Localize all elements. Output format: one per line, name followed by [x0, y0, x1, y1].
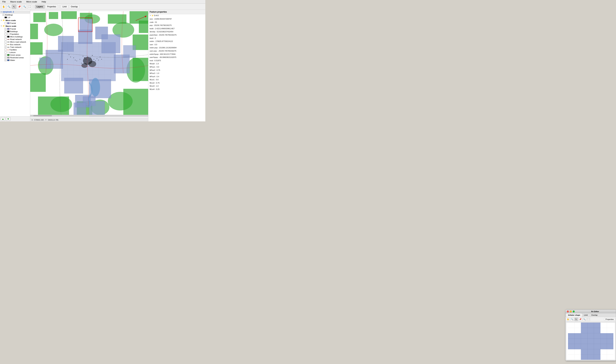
- layer-population[interactable]: Population: [0, 33, 30, 35]
- separator-2: [59, 5, 59, 9]
- svg-rect-10: [30, 73, 46, 92]
- layer-train-network[interactable]: Train network: [0, 46, 30, 49]
- layer-bus-network[interactable]: Bus network: [0, 43, 30, 46]
- section-macro-scale[interactable]: ▼ 📁 Macro scale: [0, 25, 30, 27]
- checkbox-macro-buildings[interactable]: [5, 30, 7, 32]
- feature-tree-item[interactable]: ▼ 📁 0-4-0: [148, 14, 205, 17]
- swatch-micro-road-network: [7, 42, 10, 42]
- svg-point-59: [70, 57, 71, 57]
- layer-macro-buildings[interactable]: Buildings: [0, 30, 30, 33]
- btn-layers[interactable]: Layers: [35, 5, 45, 9]
- layer-macro-fractal[interactable]: Fractal: [0, 27, 30, 30]
- layer-buildings-swatch: 1.0: [0, 16, 30, 19]
- swatch-train-network: [7, 47, 10, 48]
- prop-row: eval : 0.51875: [150, 59, 204, 62]
- tool-zoom-in[interactable]: 🔍: [7, 4, 11, 9]
- svg-point-52: [97, 58, 97, 59]
- checkbox-green-areas[interactable]: [5, 54, 7, 56]
- layer-leisure[interactable]: Leisure: [0, 51, 30, 54]
- tool-pan[interactable]: ✋: [1, 4, 6, 9]
- prop-row: Morph : 1.0: [150, 62, 204, 65]
- prop-row: estim-pop : 151586.13130209094: [150, 46, 204, 50]
- prop-row: user : 0.0: [150, 43, 204, 46]
- checkbox-water[interactable]: [5, 59, 7, 61]
- tool-zoom-out[interactable]: 🔍: [22, 4, 27, 9]
- checkbox-micro-buildings[interactable]: [5, 36, 7, 38]
- layer-restricted-areas[interactable]: Restricted areas: [0, 56, 30, 59]
- svg-rect-37: [74, 103, 86, 115]
- train-network-label: Train network: [10, 46, 21, 48]
- swatch-leisure: [7, 52, 9, 53]
- checkbox-restricted-areas[interactable]: [5, 57, 7, 59]
- swatch-micro-buildings: [7, 36, 10, 38]
- section-micro-scale[interactable]: ▼ 📁 Micro scale: [0, 19, 30, 22]
- menu-macro-scale[interactable]: Macro scale: [9, 0, 23, 3]
- layer-water[interactable]: Water: [0, 59, 30, 62]
- prop-row: size : 21858.954447208787: [150, 17, 204, 21]
- prop-row: user%pop : -99.99603815192975: [150, 56, 204, 59]
- svg-rect-2: [49, 12, 58, 19]
- svg-point-21: [108, 92, 133, 110]
- swatch-water: [7, 59, 10, 61]
- swatch-macro-buildings: [7, 31, 10, 32]
- layer-buildings[interactable]: Buildings: [0, 13, 30, 16]
- buildings-value: 1.0: [8, 16, 10, 18]
- prop-row: pop : 25239.745790150275: [150, 24, 204, 27]
- menubar: File Macro scale Micro scale Help: [0, 0, 205, 4]
- btn-move-down[interactable]: ▼: [6, 117, 11, 121]
- prop-row: build : 2.4221149693398114E7: [150, 27, 204, 30]
- checkbox-population[interactable]: [5, 33, 7, 35]
- swatch-road-network: [7, 39, 10, 40]
- road-network-label: Road network: [10, 38, 22, 40]
- checkbox-train-network[interactable]: [5, 46, 7, 48]
- checkbox-macro-fractal[interactable]: [5, 28, 7, 30]
- props-list: size : 21858.954447208787code : 01pop : …: [148, 17, 205, 121]
- btn-properties[interactable]: Properties: [45, 5, 58, 9]
- population-label: Population: [10, 33, 19, 35]
- swatch-macro-fractal: [7, 28, 10, 30]
- swatch-population: [7, 33, 10, 35]
- svg-point-23: [51, 97, 72, 112]
- svg-point-55: [101, 59, 102, 60]
- prop-row: density : 52.82338237432454: [150, 30, 204, 33]
- checkbox-micro-road-network[interactable]: [5, 41, 7, 43]
- prop-row: MLei3 : 1.0: [150, 85, 204, 88]
- layer-micro-road-network[interactable]: Micro road network: [0, 41, 30, 43]
- swatch-facilities: [7, 49, 9, 51]
- map-area[interactable]: X : 578903.340 - Y : 5403114.785: [30, 10, 148, 121]
- svg-rect-36: [89, 101, 105, 117]
- svg-point-57: [75, 60, 76, 60]
- restricted-areas-label: Restricted areas: [10, 57, 24, 59]
- layer-micro-buildings[interactable]: Micro buildings: [0, 35, 30, 38]
- swatch-restricted-areas: [7, 57, 10, 58]
- tool-fit[interactable]: ⛶: [27, 4, 32, 9]
- macro-fractal-label: Fractal: [10, 28, 16, 30]
- svg-rect-8: [30, 24, 38, 39]
- checkbox-facilities[interactable]: [5, 49, 7, 51]
- micro-fractal-label: Fractal: [10, 22, 16, 24]
- btn-move-up[interactable]: ▲: [1, 117, 5, 121]
- btn-overlap[interactable]: Overlap: [69, 5, 80, 9]
- tree-root[interactable]: ▼ sierpinski_3: [0, 11, 30, 13]
- prop-row: MFac3 : 1.0: [150, 72, 204, 75]
- menu-file[interactable]: File: [1, 0, 7, 3]
- layer-facilities[interactable]: Facilities: [0, 49, 30, 51]
- checkbox-buildings[interactable]: [3, 14, 5, 16]
- map-svg: [30, 10, 148, 118]
- left-panel: ▼ sierpinski_3 Buildings 1.0 ▼ 📁 Micro s…: [0, 10, 30, 121]
- btn-limit[interactable]: Limit: [61, 5, 68, 9]
- checkbox-bus-network[interactable]: [5, 44, 7, 46]
- tool-select[interactable]: ↖: [12, 4, 16, 9]
- checkbox-leisure[interactable]: [5, 52, 7, 53]
- tool-pin[interactable]: 📌: [17, 4, 22, 9]
- checkbox-micro-fractal[interactable]: [5, 22, 7, 24]
- swatch-green-areas: [7, 54, 10, 56]
- prop-row: MLei2 : 0.75: [150, 81, 204, 85]
- layer-green-areas[interactable]: Green areas: [0, 54, 30, 56]
- menu-micro-scale[interactable]: Micro scale: [25, 0, 38, 3]
- svg-rect-38: [40, 58, 51, 69]
- menu-help[interactable]: Help: [41, 0, 47, 3]
- layer-road-network[interactable]: Road network: [0, 38, 30, 41]
- checkbox-road-network[interactable]: [5, 38, 7, 40]
- layer-micro-fractal[interactable]: Fractal: [0, 22, 30, 25]
